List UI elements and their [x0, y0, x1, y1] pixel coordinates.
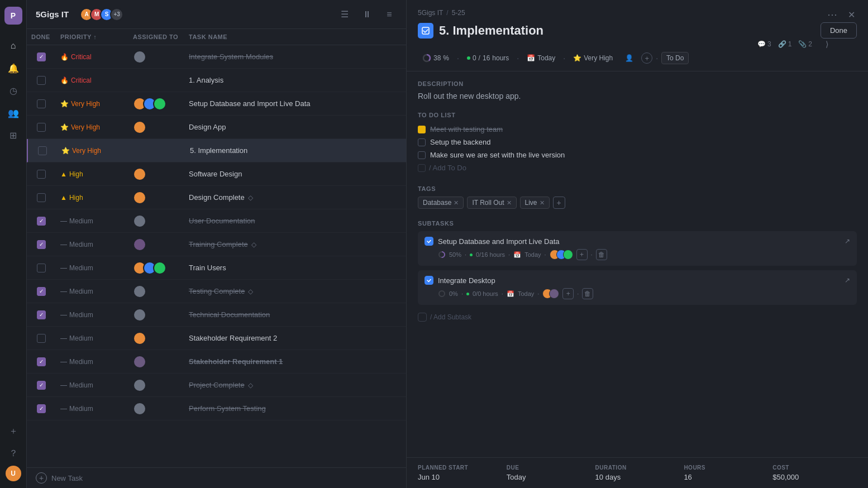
layout-icon[interactable]: ⏸: [359, 7, 375, 22]
todo-checkbox-pending[interactable]: [418, 151, 426, 159]
add-assignee-button[interactable]: +: [576, 249, 588, 260]
priority-meta[interactable]: ⭐ Very High: [569, 52, 617, 64]
task-checkbox[interactable]: [37, 123, 46, 132]
more-options-icon[interactable]: ⋯: [824, 7, 840, 22]
table-row[interactable]: — Medium Stakeholder Requirement 2: [27, 327, 406, 350]
subtask-checkbox[interactable]: [425, 276, 433, 285]
add-tag-button[interactable]: +: [553, 197, 565, 209]
sidebar-help-icon[interactable]: ？: [3, 443, 23, 463]
tag-remove-icon[interactable]: ✕: [540, 199, 545, 207]
list-item[interactable]: Setup Database and Import Live Data ↗ 50…: [418, 231, 857, 266]
hours-meta[interactable]: 0/16 hours: [462, 52, 513, 64]
duration-value[interactable]: 10 days: [595, 473, 680, 481]
table-row[interactable]: ✓ — Medium Perform System Testing: [27, 397, 406, 420]
table-row[interactable]: — Medium Train Users: [27, 256, 406, 280]
todo-checkbox-done[interactable]: [418, 126, 426, 133]
tag-it-roll-out[interactable]: IT Roll Out ✕: [467, 197, 516, 209]
due-value[interactable]: Today: [507, 473, 591, 481]
task-checkbox[interactable]: [37, 193, 46, 202]
priority-icon: ▲: [60, 170, 67, 178]
task-checkbox[interactable]: ✓: [37, 404, 46, 413]
attachments-count[interactable]: 📎 2: [798, 40, 812, 48]
task-checkbox[interactable]: [37, 264, 46, 272]
subtask-checkbox[interactable]: [425, 237, 433, 246]
sidebar-board-icon[interactable]: ⊞: [3, 125, 23, 145]
tag-remove-icon[interactable]: ✕: [454, 199, 459, 207]
planned-start-value[interactable]: Jun 10: [418, 473, 502, 481]
add-todo-row[interactable]: / Add To Do: [418, 161, 857, 174]
links-count[interactable]: 🔗 1: [778, 40, 792, 48]
subtask-expand-icon[interactable]: ↗: [845, 237, 850, 245]
task-checkbox[interactable]: [37, 170, 46, 179]
due-date-meta[interactable]: 📅 Today: [522, 52, 560, 64]
calendar-icon: 📅: [527, 54, 535, 62]
user-avatar[interactable]: U: [6, 466, 21, 481]
list-item[interactable]: Make sure we are set with the live versi…: [418, 149, 857, 161]
close-panel-icon[interactable]: ✕: [843, 7, 859, 22]
hours-value[interactable]: 16: [684, 473, 768, 481]
priority-icon: ⭐: [61, 147, 70, 155]
subtask-expand-icon[interactable]: ↗: [845, 276, 850, 284]
table-row[interactable]: ▲ High Software Design: [27, 162, 406, 186]
sidebar-bell-icon[interactable]: 🔔: [3, 58, 23, 78]
delete-subtask-button[interactable]: 🗑: [582, 288, 593, 299]
task-checkbox[interactable]: ✓: [37, 310, 46, 319]
sidebar-home-icon[interactable]: ⌂: [3, 36, 23, 56]
table-row[interactable]: 🔥 Critical 1. Analysis: [27, 69, 406, 92]
table-row[interactable]: ✓ — Medium Training Complete ◇: [27, 233, 406, 256]
task-checkbox[interactable]: ✓: [37, 287, 46, 296]
table-row[interactable]: ✓ — Medium Stakeholder Requirement 1: [27, 350, 406, 374]
app-logo[interactable]: P: [4, 7, 22, 25]
tag-live[interactable]: Live ✕: [520, 197, 550, 209]
table-row[interactable]: ⭐ Very High Design App: [27, 116, 406, 139]
table-row[interactable]: ▲ High Design Complete ◇: [27, 186, 406, 209]
delete-subtask-button[interactable]: 🗑: [596, 249, 607, 260]
assignee-meta[interactable]: 👤: [621, 52, 638, 64]
table-row[interactable]: ✓ — Medium Testing Complete ◇: [27, 280, 406, 303]
list-item[interactable]: Meet with testing team: [418, 123, 857, 136]
filter-icon[interactable]: ≡: [381, 7, 397, 22]
status-badge[interactable]: To Do: [661, 52, 689, 64]
progress-meta[interactable]: 38%: [418, 52, 454, 64]
add-assignee-button[interactable]: +: [562, 288, 574, 299]
sidebar-clock-icon[interactable]: ◷: [3, 80, 23, 101]
comments-count[interactable]: 💬 3: [757, 40, 771, 48]
table-row[interactable]: ⭐ Very High Setup Database and Import Li…: [27, 92, 406, 116]
task-checkbox[interactable]: ✓: [37, 357, 46, 366]
sidebar-users-icon[interactable]: 👥: [3, 103, 23, 123]
priority-icon: 🔥: [60, 53, 69, 61]
list-item[interactable]: Setup the backend: [418, 136, 857, 149]
table-row[interactable]: ✓ — Medium User Documentation: [27, 209, 406, 233]
table-row[interactable]: ⭐ Very High 5. Implementation: [27, 139, 406, 162]
tag-database[interactable]: Database ✕: [418, 197, 464, 209]
task-checkbox[interactable]: [38, 146, 47, 155]
table-row[interactable]: ✓ — Medium Technical Documentation: [27, 303, 406, 327]
breadcrumb-sprint[interactable]: 5-25: [452, 9, 465, 17]
menu-icon[interactable]: ☰: [337, 7, 352, 22]
task-checkbox[interactable]: ✓: [37, 217, 46, 226]
task-checkbox[interactable]: [37, 334, 46, 343]
task-name: Setup Database and Import Live Data: [189, 99, 311, 108]
breadcrumb-project[interactable]: 5Gigs IT: [418, 9, 443, 17]
add-subtask-row[interactable]: / Add Subtask: [418, 309, 857, 325]
subtasks-section: SUBTASKS Setup Database and Import Live …: [418, 220, 857, 325]
task-checkbox[interactable]: ✓: [37, 240, 46, 249]
add-assignee-button[interactable]: +: [641, 52, 652, 64]
task-checkbox[interactable]: [37, 99, 46, 108]
table-row[interactable]: ✓ — Medium Project Complete ◇: [27, 374, 406, 397]
new-task-row[interactable]: + New Task: [27, 467, 406, 488]
description-text[interactable]: Roll out the new desktop app.: [418, 92, 857, 101]
task-checkbox[interactable]: ✓: [37, 381, 46, 390]
table-row[interactable]: ✓ 🔥 Critical Integrate System Modules: [27, 45, 406, 69]
assignee-avatar: [133, 285, 146, 298]
collapse-panel-icon[interactable]: ⟩: [819, 36, 834, 52]
task-checkbox[interactable]: [37, 76, 46, 85]
cost-value[interactable]: $50,000: [772, 473, 857, 481]
tag-remove-icon[interactable]: ✕: [507, 199, 512, 207]
todo-checkbox-pending[interactable]: [418, 138, 426, 146]
task-checkbox[interactable]: ✓: [37, 52, 46, 61]
comment-icon: 💬: [757, 40, 766, 48]
list-item[interactable]: Integrate Desktop ↗ 0% · 0/0 hours · 📅 T…: [418, 270, 857, 305]
col-priority[interactable]: PRIORITY ↑: [56, 34, 128, 40]
sidebar-add-icon[interactable]: ＋: [3, 421, 23, 441]
